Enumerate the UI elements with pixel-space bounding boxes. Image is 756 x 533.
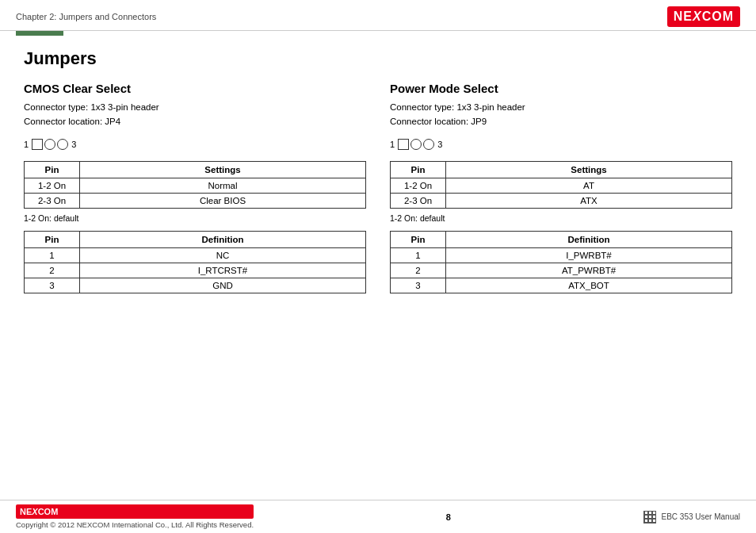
- footer-logo-box: NEXCOM: [16, 504, 254, 519]
- cmos-row2-setting: Clear BIOS: [80, 193, 366, 208]
- power-def-row2-pin: 2: [391, 263, 446, 278]
- cmos-def-row2-def: I_RTCRST#: [80, 263, 366, 278]
- power-row2-setting: ATX: [446, 193, 732, 208]
- cmos-connector-info: Connector type: 1x3 3-pin header Connect…: [24, 100, 366, 129]
- cmos-connector-location: Connector location: JP4: [24, 114, 366, 128]
- cmos-settings-table: Pin Settings 1-2 On Normal 2-3 On Clear …: [24, 161, 366, 209]
- cmos-settings-pin-header: Pin: [25, 161, 80, 178]
- table-row: 2 AT_PWRBT#: [391, 263, 732, 278]
- table-row: 1-2 On AT: [391, 178, 732, 193]
- cmos-connector-type: Connector type: 1x3 3-pin header: [24, 100, 366, 114]
- power-pin-circle-2: [423, 139, 434, 150]
- page-footer: NEXCOM Copyright © 2012 NEXCOM Internati…: [0, 500, 756, 533]
- footer-left: NEXCOM Copyright © 2012 NEXCOM Internati…: [16, 504, 254, 529]
- cmos-def-row1-pin: 1: [25, 247, 80, 263]
- table-row: 2 I_RTCRST#: [25, 263, 366, 278]
- cmos-def-row2-pin: 2: [25, 263, 80, 278]
- power-row1-pin: 1-2 On: [391, 178, 446, 193]
- power-def-row1-def: I_PWRBT#: [446, 247, 732, 263]
- power-row1-setting: AT: [446, 178, 732, 193]
- power-pin-square: [398, 139, 409, 150]
- power-def-row3-pin: 3: [391, 278, 446, 293]
- power-default-note: 1-2 On: default: [390, 213, 732, 223]
- table-row: 2-3 On Clear BIOS: [25, 193, 366, 208]
- nexcom-logo-box: NEXCOM: [667, 6, 740, 27]
- cmos-default-note: 1-2 On: default: [24, 213, 366, 223]
- cmos-def-row3-pin: 3: [25, 278, 80, 293]
- power-settings-table: Pin Settings 1-2 On AT 2-3 On ATX: [390, 161, 732, 209]
- cmos-def-row1-def: NC: [80, 247, 366, 263]
- power-definition-table: Pin Definition 1 I_PWRBT# 2 AT_PWRBT# 3: [390, 231, 732, 293]
- cmos-row1-pin: 1-2 On: [25, 178, 80, 193]
- cmos-def-row3-def: GND: [80, 278, 366, 293]
- power-mode-section: Power Mode Select Connector type: 1x3 3-…: [390, 82, 732, 298]
- page-title: Jumpers: [24, 48, 732, 69]
- cmos-definition-table: Pin Definition 1 NC 2 I_RTCRST# 3: [24, 231, 366, 293]
- power-settings-pin-header: Pin: [391, 161, 446, 178]
- chapter-label: Chapter 2: Jumpers and Connectors: [16, 12, 156, 21]
- power-row2-pin: 2-3 On: [391, 193, 446, 208]
- power-connector-info: Connector type: 1x3 3-pin header Connect…: [390, 100, 732, 129]
- power-section-title: Power Mode Select: [390, 82, 732, 95]
- power-pin-circle-1: [410, 139, 422, 150]
- footer-product: EBC 353 User Manual: [643, 511, 740, 523]
- cmos-def-definition-header: Definition: [80, 231, 366, 247]
- nexcom-logo-text: NEXCOM: [674, 10, 734, 23]
- table-row: 2-3 On ATX: [391, 193, 732, 208]
- cmos-row2-pin: 2-3 On: [25, 193, 80, 208]
- cmos-pin-start: 1: [24, 140, 29, 149]
- two-column-layout: CMOS Clear Select Connector type: 1x3 3-…: [24, 82, 732, 298]
- power-pin-start: 1: [390, 140, 395, 149]
- power-def-row1-pin: 1: [391, 247, 446, 263]
- power-pin-end: 3: [437, 140, 442, 149]
- page-header: Chapter 2: Jumpers and Connectors NEXCOM: [0, 0, 756, 31]
- cmos-settings-settings-header: Settings: [80, 161, 366, 178]
- cmos-pin-diagram: 1 3: [24, 139, 366, 150]
- cmos-def-pin-header: Pin: [25, 231, 80, 247]
- cmos-pin-circle-1: [44, 139, 55, 150]
- cmos-clear-section: CMOS Clear Select Connector type: 1x3 3-…: [24, 82, 366, 298]
- power-connector-type: Connector type: 1x3 3-pin header: [390, 100, 732, 114]
- cmos-pin-square: [32, 139, 43, 150]
- power-def-definition-header: Definition: [446, 231, 732, 247]
- table-row: 1 I_PWRBT#: [391, 247, 732, 263]
- table-row: 1 NC: [25, 247, 366, 263]
- power-def-row2-def: AT_PWRBT#: [446, 263, 732, 278]
- footer-logo-text: NEXCOM: [20, 507, 58, 516]
- power-settings-settings-header: Settings: [446, 161, 732, 178]
- cmos-row1-setting: Normal: [80, 178, 366, 193]
- table-row: 1-2 On Normal: [25, 178, 366, 193]
- header-logo: NEXCOM: [667, 6, 740, 27]
- main-content: Jumpers CMOS Clear Select Connector type…: [0, 36, 756, 311]
- power-def-row3-def: ATX_BOT: [446, 278, 732, 293]
- footer-product-label: EBC 353 User Manual: [662, 512, 741, 520]
- table-row: 3 ATX_BOT: [391, 278, 732, 293]
- footer-page-number: 8: [446, 512, 451, 522]
- table-row: 3 GND: [25, 278, 366, 293]
- power-def-pin-header: Pin: [391, 231, 446, 247]
- cmos-section-title: CMOS Clear Select: [24, 82, 366, 95]
- cmos-pin-circle-2: [57, 139, 68, 150]
- cmos-pin-end: 3: [71, 140, 76, 149]
- power-pin-diagram: 1 3: [390, 139, 732, 150]
- footer-copyright: Copyright © 2012 NEXCOM International Co…: [16, 520, 254, 529]
- power-connector-location: Connector location: JP9: [390, 114, 732, 128]
- grid-icon: [643, 511, 656, 523]
